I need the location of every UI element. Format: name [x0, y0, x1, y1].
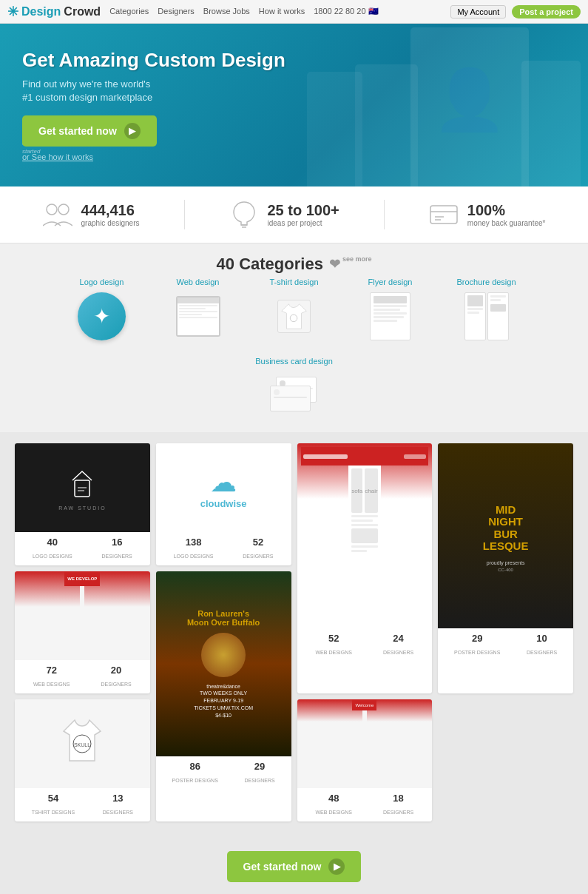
- category-web-link[interactable]: Web design: [177, 278, 220, 286]
- web2-body: [362, 710, 367, 788]
- get-started-bottom-button[interactable]: Get started now ▶: [227, 851, 362, 882]
- hero-cta-arrow-icon: ▶: [124, 123, 141, 139]
- portfolio-card-tshirt[interactable]: SKULL 54 TSHIRT DESIGNS 13 DESIGNERS: [15, 699, 150, 821]
- stat-guarantee: 100% money back guarantee*: [429, 200, 546, 229]
- category-tshirt-link[interactable]: T-shirt design: [269, 278, 318, 286]
- nav-browse-jobs[interactable]: Browse Jobs: [203, 7, 250, 16]
- logo-design-icon: ✦: [93, 304, 110, 329]
- categories-section: 40 Categories ❤ see more Logo design ✦ W…: [0, 243, 588, 432]
- portfolio-card-web-red[interactable]: sofa chair 52 WEB DESIGNS 24: [297, 443, 433, 693]
- categories-title-text: 40 Categories: [217, 255, 323, 274]
- portfolio-card-midnight[interactable]: MIDNIGHTBURLESQUE proudly presents CC-40…: [438, 443, 573, 693]
- category-brochure-img: [457, 290, 516, 342]
- category-web-img: [169, 290, 228, 342]
- stat-divider-2: [384, 200, 385, 229]
- stat-ideas-text: 25 to 100+ ideas per project: [268, 202, 339, 227]
- stat-ideas: 25 to 100+ ideas per project: [229, 200, 339, 229]
- nav-how-it-works[interactable]: How it works: [259, 7, 305, 16]
- logo[interactable]: ✳ DesignCrowd: [7, 4, 101, 20]
- stat-designers-desc: graphic designers: [81, 219, 140, 227]
- category-tshirt-img: [265, 290, 324, 342]
- portfolio-card-theater[interactable]: Ron Lauren'sMoon Over Buffalo theatre&da…: [156, 571, 291, 821]
- web-red-header: [301, 447, 429, 466]
- stat-designers-text: 444,416 graphic designers: [81, 202, 140, 227]
- post-project-button[interactable]: Post a project: [512, 5, 581, 19]
- designers-icon: [43, 200, 72, 229]
- theater-details: theatre&danceTWO WEEKS ONLYFEBRUARY 9-19…: [194, 683, 253, 719]
- stat-guarantee-num: 100%: [467, 202, 546, 219]
- category-web[interactable]: Web design: [158, 278, 239, 342]
- header: ✳ DesignCrowd Categories Designers Brows…: [0, 0, 588, 24]
- category-flyer-img: [361, 290, 420, 342]
- cloud-icon: ☁: [200, 467, 247, 498]
- portfolio-img-tshirt: SKULL: [15, 699, 150, 788]
- category-brochure-link[interactable]: Brochure design: [456, 278, 516, 286]
- hero-subtitle: Find out why we're the world's #1 custom…: [22, 78, 285, 104]
- nav-phone: 1800 22 80 20 🇦🇺: [314, 7, 378, 16]
- portfolio-stats-tshirt: 54 TSHIRT DESIGNS 13 DESIGNERS: [15, 788, 150, 821]
- svg-point-0: [47, 204, 57, 215]
- category-bizcard[interactable]: Business card design: [254, 357, 335, 421]
- raw-studio-text: RAW STUDIO: [58, 505, 106, 511]
- category-logo-link[interactable]: Logo design: [80, 278, 124, 286]
- stat-guarantee-text: 100% money back guarantee*: [467, 202, 546, 227]
- portfolio-img-web-red: sofa chair: [297, 443, 433, 628]
- web-app-header: WE DEVELOP: [64, 571, 100, 586]
- web2-header: Welcome: [352, 699, 376, 710]
- port-stat-designs-8: 48 WEB DESIGNS: [316, 793, 352, 817]
- category-bizcard-img: [265, 369, 324, 421]
- header-right: My Account Post a project: [450, 5, 581, 19]
- portfolio-img-web2: Welcome: [297, 699, 433, 788]
- theater-moon: [201, 633, 246, 677]
- port-stat-designers: 16 DESIGNERS: [102, 537, 132, 561]
- svg-point-1: [58, 204, 69, 215]
- nav-designers[interactable]: Designers: [158, 7, 195, 16]
- portfolio-img-midnight: MIDNIGHTBURLESQUE proudly presents CC-40…: [438, 443, 573, 628]
- get-started-bottom-section: Get started now ▶: [0, 833, 588, 894]
- my-account-button[interactable]: My Account: [450, 5, 506, 19]
- web-red-body: sofa chair: [348, 466, 380, 625]
- port-stat-designers-7: 13 DESIGNERS: [103, 793, 133, 817]
- ideas-icon: [229, 200, 259, 229]
- see-more-text[interactable]: see more: [342, 255, 372, 263]
- portfolio-stats-web-app: 72 WEB DESIGNS 20 DESIGNERS: [15, 660, 150, 693]
- category-icons-row: Logo design ✦ Web design: [15, 278, 573, 421]
- stat-guarantee-desc: money back guarantee*: [467, 219, 546, 227]
- cta-bottom-arrow-icon: ▶: [328, 858, 345, 875]
- category-flyer[interactable]: Flyer design: [350, 278, 431, 342]
- hero-decoration: 👤: [277, 24, 588, 186]
- category-bizcard-link[interactable]: Business card design: [255, 357, 333, 366]
- svg-text:SKULL: SKULL: [74, 742, 90, 747]
- svg-rect-9: [75, 480, 89, 497]
- portfolio-card-web-app[interactable]: WE DEVELOP 72 WEB DESIGNS 20 DESIGNERS: [15, 571, 150, 693]
- portfolio-img-cloudwise: ☁ cloudwise: [156, 443, 291, 532]
- web-app-body: [80, 586, 84, 660]
- category-flyer-link[interactable]: Flyer design: [368, 278, 413, 286]
- portfolio-stats-raw-studio: 40 LOGO DESIGNS 16 DESIGNERS: [15, 532, 150, 565]
- portfolio-card-raw-studio[interactable]: RAW STUDIO 40 LOGO DESIGNS 16 DESIGNERS: [15, 443, 150, 565]
- stats-section: 444,416 graphic designers 25 to 100+ ide…: [0, 186, 588, 243]
- port-stat-designers-8: 18 DESIGNERS: [383, 793, 413, 817]
- logo-crowd-text: Crowd: [64, 5, 101, 19]
- nav-categories[interactable]: Categories: [109, 7, 149, 16]
- category-brochure[interactable]: Brochure design: [446, 278, 527, 342]
- port-stat-designers-6: 29 DESIGNERS: [244, 761, 274, 785]
- hero-cta-wrap: Get started now ▶: [22, 115, 285, 147]
- port-stat-designers-2: 52 DESIGNERS: [243, 537, 273, 561]
- hero-cta-button[interactable]: Get started now ▶: [22, 115, 157, 147]
- port-stat-designers-4: 10 DESIGNERS: [527, 633, 557, 657]
- hero-title: Get Amazing Custom Design: [22, 49, 285, 72]
- portfolio-stats-cloudwise: 138 LOGO DESIGNS 52 DESIGNERS: [156, 532, 291, 565]
- cloud-text: cloudwise: [200, 498, 247, 509]
- portfolio-card-web2[interactable]: Welcome 48 WEB DESIGNS 18 DESIGNERS: [297, 699, 433, 821]
- hero-see-how[interactable]: or See how it works: [22, 152, 285, 161]
- portfolio-stats-web2: 48 WEB DESIGNS 18 DESIGNERS: [297, 788, 433, 821]
- portfolio-stats-theater: 86 POSTER DESIGNS 29 DESIGNERS: [156, 756, 291, 790]
- portfolio-card-cloudwise[interactable]: ☁ cloudwise 138 LOGO DESIGNS 52 DESIGNER…: [156, 443, 291, 565]
- category-logo[interactable]: Logo design ✦: [61, 278, 143, 342]
- category-tshirt[interactable]: T-shirt design: [254, 278, 335, 342]
- category-logo-img: ✦: [72, 290, 132, 342]
- port-stat-designs: 40 LOGO DESIGNS: [33, 537, 72, 561]
- header-left: ✳ DesignCrowd Categories Designers Brows…: [7, 4, 379, 20]
- raw-studio-logo: RAW STUDIO: [58, 466, 106, 511]
